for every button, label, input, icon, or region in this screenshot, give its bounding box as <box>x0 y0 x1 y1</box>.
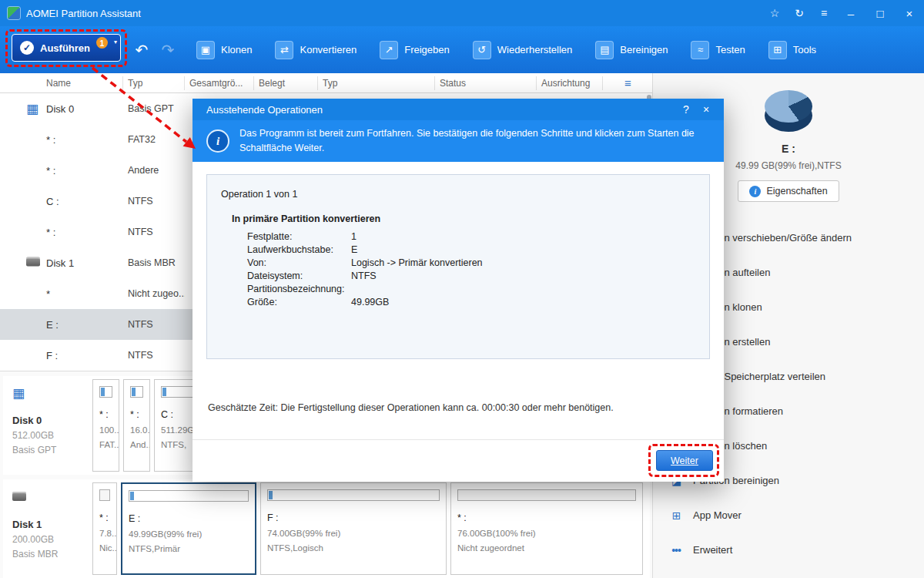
dialog-help-icon[interactable]: ? <box>676 99 696 120</box>
field-value: Logisch -> Primär konvertieren <box>351 257 483 270</box>
column-header-parttype[interactable]: Typ <box>318 76 435 90</box>
toolbar: ✓ Ausführen 1 ▾ ↶ ↷ ▣ Klonen ⇄ Konvertie… <box>0 26 924 73</box>
capacity-bar <box>99 489 110 501</box>
app-logo-icon <box>8 7 20 19</box>
field-label: Laufwerkbuchstabe: <box>247 244 351 257</box>
disk-hdd-icon <box>12 490 92 504</box>
pending-operations-dialog: Ausstehende Operationen ? × i Das Progra… <box>192 99 724 482</box>
disk-hdd-icon <box>26 257 40 269</box>
info-icon: i <box>749 186 761 197</box>
operation-title: In primäre Partition konvertieren <box>232 213 709 224</box>
partition-block[interactable]: * : 100... FAT... <box>92 379 119 472</box>
clone-button[interactable]: ▣ Klonen <box>196 41 252 59</box>
capacity-bar <box>129 490 249 502</box>
convert-icon: ⇄ <box>275 41 293 59</box>
capacity-bar <box>267 489 440 501</box>
operation-count: Operation 1 von 1 <box>221 189 709 200</box>
partition-block[interactable]: * : 7.8... Nic... <box>92 482 117 575</box>
undo-icon[interactable]: ↶ <box>132 41 151 59</box>
toolbar-buttons: ▣ Klonen ⇄ Konvertieren ↗ Freigeben ↺ Wi… <box>196 26 816 73</box>
properties-button[interactable]: i Eigenschaften <box>738 180 839 202</box>
titlebar: AOMEI Partition Assistant ☆ ↻ ≡ – □ × <box>0 0 924 26</box>
disk1-info[interactable]: Disk 1 200.00GB Basis MBR <box>6 482 92 575</box>
share-icon: ↗ <box>380 41 398 59</box>
advanced-ellipsis-icon: ••• <box>668 544 684 556</box>
annotation-execute-highlight <box>5 29 127 67</box>
partition-block-unallocated[interactable]: * : 76.00GB(100% frei) Nicht zugeordnet <box>450 482 643 575</box>
info-icon: i <box>208 131 228 151</box>
disk0-info[interactable]: ▦ Disk 0 512.00GB Basis GPT <box>6 379 92 472</box>
menu-icon[interactable]: ≡ <box>812 0 836 26</box>
disk-gpt-icon: ▦ <box>12 387 92 400</box>
app-mover-icon: ⊞ <box>668 509 684 522</box>
dialog-footer: Weiter <box>192 439 724 482</box>
partition-block[interactable]: * : 16.0... And... <box>123 379 150 472</box>
test-icon: ≈ <box>691 41 709 59</box>
partition-block-f[interactable]: F : 74.00GB(99% frei) NTFS,Logisch <box>260 482 447 575</box>
column-header-alignment[interactable]: Ausrichtung <box>537 76 603 90</box>
column-header-name[interactable]: Name <box>0 76 123 90</box>
partition-block-e-selected[interactable]: E : 49.99GB(99% frei) NTFS,Primär <box>121 482 256 575</box>
estimate-text: Geschätzte Zeit: Die Fertigstellung dies… <box>208 402 614 413</box>
field-label: Dateisystem: <box>247 270 351 283</box>
test-button[interactable]: ≈ Testen <box>691 41 745 59</box>
column-header-type[interactable]: Typ <box>123 76 185 90</box>
app-title: AOMEI Partition Assistant <box>26 8 141 19</box>
redo-icon[interactable]: ↷ <box>159 41 177 59</box>
field-value: E <box>351 244 357 257</box>
dialog-title: Ausstehende Operationen <box>206 104 676 116</box>
field-label: Partitionsbezeichnung: <box>247 283 351 296</box>
capacity-bar <box>99 386 112 398</box>
field-value: 1 <box>351 230 357 244</box>
operation-summary-panel: Operation 1 von 1 In primäre Partition k… <box>206 174 710 359</box>
close-button[interactable]: × <box>895 0 924 26</box>
dialog-info-text: Das Programm ist bereit zum Fortfahren. … <box>239 126 705 156</box>
share-button[interactable]: ↗ Freigeben <box>380 41 450 59</box>
dialog-close-icon[interactable]: × <box>696 99 716 120</box>
restore-button[interactable]: ↺ Wiederherstellen <box>473 41 573 59</box>
dialog-titlebar: Ausstehende Operationen ? × <box>192 99 724 120</box>
maximize-button[interactable]: □ <box>865 0 895 26</box>
refresh-icon[interactable]: ↻ <box>787 0 812 26</box>
tools-button[interactable]: ⊞ Tools <box>768 41 816 59</box>
wipe-icon: ▤ <box>595 41 614 59</box>
minimize-button[interactable]: – <box>836 0 865 26</box>
tools-icon: ⊞ <box>768 41 787 59</box>
column-header-capacity[interactable]: Gesamtgrö... <box>185 76 254 90</box>
field-label: Von: <box>247 257 351 270</box>
capacity-bar <box>457 489 636 501</box>
wipe-button[interactable]: ▤ Bereinigen <box>595 41 668 59</box>
field-label: Größe: <box>247 296 351 309</box>
app-window: AOMEI Partition Assistant ☆ ↻ ≡ – □ × ✓ … <box>0 0 924 578</box>
menu-item-advanced[interactable]: ••• Erweitert <box>653 533 924 567</box>
menu-item-app-mover[interactable]: ⊞ App Mover <box>653 498 924 533</box>
restore-icon: ↺ <box>473 41 491 59</box>
volume-pie-chart <box>765 90 812 135</box>
favorite-star-icon[interactable]: ☆ <box>762 0 787 26</box>
view-list-icon[interactable]: ≡ <box>624 76 631 89</box>
field-value: NTFS <box>351 270 377 283</box>
capacity-bar <box>130 386 143 398</box>
column-header-status[interactable]: Status <box>435 76 537 90</box>
clone-icon: ▣ <box>196 41 215 59</box>
field-value: 49.99GB <box>351 296 389 309</box>
convert-button[interactable]: ⇄ Konvertieren <box>275 41 357 59</box>
annotation-next-highlight <box>648 444 719 477</box>
field-label: Festplatte: <box>247 230 351 244</box>
dialog-info-banner: i Das Programm ist bereit zum Fortfahren… <box>192 120 724 162</box>
table-header: Name Typ Gesamtgrö... Belegt Typ Status … <box>0 73 653 93</box>
disk1-panel: Disk 1 200.00GB Basis MBR * : 7.8... Nic… <box>3 479 650 578</box>
column-header-used[interactable]: Belegt <box>254 76 318 90</box>
disk-gpt-icon: ▦ <box>26 102 38 116</box>
